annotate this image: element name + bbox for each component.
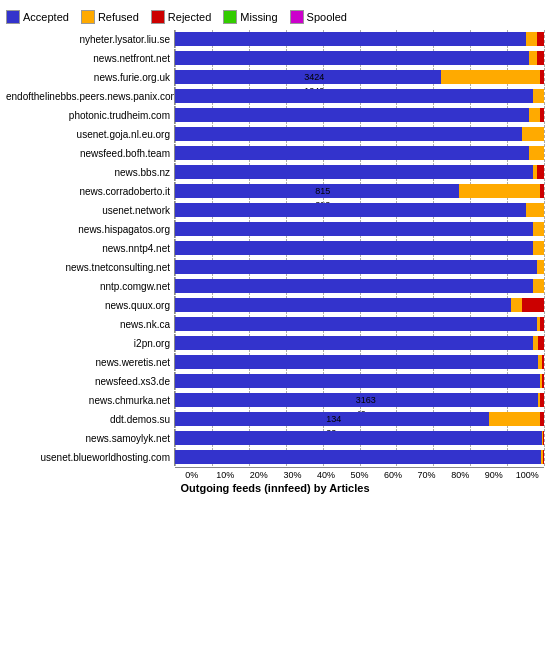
bar-track: 13422	[175, 412, 544, 426]
bar-segment-accepted	[175, 89, 533, 103]
chart-row: news.nntp4.net7184167	[6, 239, 544, 257]
grid-line	[544, 296, 545, 314]
bar-area: 7300164	[174, 258, 544, 276]
x-tick: 10%	[209, 470, 243, 480]
grid-line	[544, 68, 545, 86]
legend-color	[290, 10, 304, 24]
grid-line	[544, 49, 545, 67]
grid-line	[544, 30, 545, 48]
grid-line	[544, 163, 545, 181]
bar-area: 7328288	[174, 163, 544, 181]
bar-track	[175, 241, 544, 255]
grid-line	[544, 201, 545, 219]
bar-segment-refused	[489, 412, 541, 426]
row-label: nntp.comgw.net	[6, 281, 174, 292]
bar-segment-refused	[511, 298, 522, 312]
row-label: news.chmurka.net	[6, 395, 174, 406]
bar-track	[175, 108, 544, 122]
grid-line	[544, 239, 545, 257]
bar-segment-accepted	[175, 298, 511, 312]
x-tick: 30%	[276, 470, 310, 480]
bar-area: 7184167	[174, 239, 544, 257]
bar-track	[175, 32, 544, 46]
row-label: photonic.trudheim.com	[6, 110, 174, 121]
bar-area: 7239141	[174, 315, 544, 333]
chart-row: newsfeed.xs3.de694270	[6, 372, 544, 390]
grid-line	[544, 182, 545, 200]
chart-row: usenet.blueworldhosting.com60334	[6, 448, 544, 466]
legend-item-missing: Missing	[223, 10, 277, 24]
x-axis: 0%10%20%30%40%50%60%70%80%90%100%	[175, 467, 544, 480]
bar-track	[175, 203, 544, 217]
x-tick: 90%	[477, 470, 511, 480]
legend-item-refused: Refused	[81, 10, 139, 24]
bar-area: 7299688	[174, 87, 544, 105]
bar-segment-accepted	[175, 165, 533, 179]
bar-segment-refused	[522, 127, 544, 141]
row-label: news.furie.org.uk	[6, 72, 174, 83]
chart-row: newsfeed.bofh.team7117297	[6, 144, 544, 162]
chart-row: news.tnetconsulting.net7300164	[6, 258, 544, 276]
bar-area: 733214	[174, 429, 544, 447]
bar-segment-accepted	[175, 279, 533, 293]
legend-color	[6, 10, 20, 24]
chart-area: nyheter.lysator.liu.se72983756news.netfr…	[6, 30, 544, 467]
bar-segment-accepted	[175, 108, 529, 122]
bar-segment-refused	[533, 241, 544, 255]
bar-segment-accepted	[175, 317, 537, 331]
bar-segment-rejected	[543, 431, 544, 445]
row-label: usenet.goja.nl.eu.org	[6, 129, 174, 140]
x-axis-title: Outgoing feeds (innfeed) by Articles	[6, 482, 544, 494]
chart-row: news.furie.org.uk34241249	[6, 68, 544, 86]
chart-row: photonic.trudheim.com7296682	[6, 106, 544, 124]
bar-segment-rejected	[540, 108, 544, 122]
bar-segment-refused	[537, 260, 544, 274]
bar-segment-refused	[529, 51, 536, 65]
bar-area: 730286	[174, 353, 544, 371]
bar-segment-rejected	[522, 298, 544, 312]
chart-row: usenet.network6471224	[6, 201, 544, 219]
x-tick: 50%	[343, 470, 377, 480]
bar-segment-accepted	[175, 32, 526, 46]
grid-line	[544, 220, 545, 238]
row-label: endofthelinebbs.peers.news.panix.com	[6, 91, 174, 102]
bar-area: 6477145	[174, 277, 544, 295]
bar-track: 316340	[175, 393, 544, 407]
grid-line	[544, 334, 545, 352]
bar-segment-accepted	[175, 146, 529, 160]
bar-segment-accepted	[175, 203, 526, 217]
bar-segment-refused	[529, 108, 540, 122]
grid-line	[544, 372, 545, 390]
chart-row: news.hispagatos.org7253196	[6, 220, 544, 238]
bar-track	[175, 317, 544, 331]
bar-segment-rejected	[540, 317, 544, 331]
bar-segment-rejected	[540, 393, 544, 407]
bar-segment-rejected	[538, 336, 544, 350]
chart-row: news.chmurka.net316340	[6, 391, 544, 409]
bar-area: 694270	[174, 372, 544, 390]
bar-segment-refused	[529, 146, 544, 160]
bar-segment-rejected	[540, 70, 544, 84]
bar-segment-accepted	[175, 450, 541, 464]
grid-line	[544, 315, 545, 333]
bar-segment-rejected	[540, 412, 544, 426]
row-label: newsfeed.bofh.team	[6, 148, 174, 159]
bar-segment-rejected	[537, 32, 544, 46]
bar-track	[175, 431, 544, 445]
bar-track	[175, 146, 544, 160]
grid-line	[544, 391, 545, 409]
bar-segment-rejected	[542, 374, 544, 388]
grid-line	[544, 87, 545, 105]
bar-track	[175, 165, 544, 179]
grid-line	[544, 353, 545, 371]
legend-item-rejected: Rejected	[151, 10, 211, 24]
row-label: news.corradoberto.it	[6, 186, 174, 197]
bar-segment-refused	[526, 32, 537, 46]
row-label: news.bbs.nz	[6, 167, 174, 178]
row-label: ddt.demos.su	[6, 414, 174, 425]
chart-row: nyheter.lysator.liu.se72983756	[6, 30, 544, 48]
row-label: nyheter.lysator.liu.se	[6, 34, 174, 45]
legend-label: Spooled	[307, 11, 347, 23]
row-label: news.nk.ca	[6, 319, 174, 330]
row-label: news.netfront.net	[6, 53, 174, 64]
